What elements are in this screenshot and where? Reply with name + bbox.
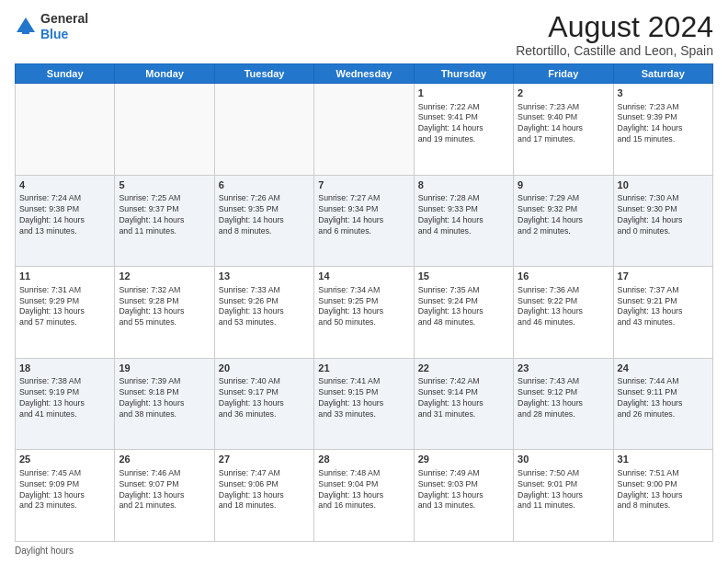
day-number: 3 [618, 86, 709, 100]
day-info: Sunrise: 7:30 AMSunset: 9:30 PMDaylight:… [618, 193, 709, 237]
day-number: 12 [119, 270, 210, 283]
day-number: 9 [518, 178, 609, 192]
calendar-cell: 3Sunrise: 7:23 AMSunset: 9:39 PMDaylight… [613, 84, 712, 176]
logo-icon [15, 16, 37, 38]
calendar-cell: 25Sunrise: 7:45 AMSunset: 9:09 PMDayligh… [16, 450, 115, 542]
day-number: 8 [418, 178, 509, 192]
weekday-header-wednesday: Wednesday [314, 64, 414, 84]
day-number: 4 [19, 178, 110, 192]
day-info: Sunrise: 7:38 AMSunset: 9:19 PMDaylight:… [19, 376, 110, 420]
day-info: Sunrise: 7:32 AMSunset: 9:28 PMDaylight:… [119, 285, 210, 329]
logo-text: General Blue [40, 11, 88, 42]
day-info: Sunrise: 7:40 AMSunset: 9:17 PMDaylight:… [219, 376, 310, 420]
calendar-cell: 4Sunrise: 7:24 AMSunset: 9:38 PMDaylight… [16, 175, 115, 267]
day-info: Sunrise: 7:24 AMSunset: 9:38 PMDaylight:… [19, 193, 110, 237]
calendar-week-row: 11Sunrise: 7:31 AMSunset: 9:29 PMDayligh… [16, 267, 713, 359]
weekday-header-saturday: Saturday [613, 64, 712, 84]
day-info: Sunrise: 7:22 AMSunset: 9:41 PMDaylight:… [418, 102, 509, 146]
day-info: Sunrise: 7:31 AMSunset: 9:29 PMDaylight:… [19, 285, 110, 329]
calendar-week-row: 1Sunrise: 7:22 AMSunset: 9:41 PMDaylight… [16, 84, 713, 176]
logo: General Blue [15, 11, 88, 42]
calendar-cell [314, 84, 414, 176]
calendar-cell: 6Sunrise: 7:26 AMSunset: 9:35 PMDaylight… [214, 175, 313, 267]
calendar-cell: 16Sunrise: 7:36 AMSunset: 9:22 PMDayligh… [514, 267, 613, 359]
day-number: 27 [219, 453, 310, 466]
day-info: Sunrise: 7:23 AMSunset: 9:40 PMDaylight:… [518, 102, 609, 146]
weekday-header-sunday: Sunday [16, 64, 115, 84]
day-number: 24 [618, 362, 709, 375]
calendar-cell: 18Sunrise: 7:38 AMSunset: 9:19 PMDayligh… [16, 358, 115, 450]
calendar-cell: 10Sunrise: 7:30 AMSunset: 9:30 PMDayligh… [613, 175, 712, 267]
day-number: 22 [418, 362, 509, 375]
day-info: Sunrise: 7:39 AMSunset: 9:18 PMDaylight:… [119, 376, 210, 420]
day-number: 5 [119, 178, 210, 192]
day-number: 1 [418, 86, 509, 100]
calendar-week-row: 18Sunrise: 7:38 AMSunset: 9:19 PMDayligh… [16, 358, 713, 450]
calendar-cell: 11Sunrise: 7:31 AMSunset: 9:29 PMDayligh… [16, 267, 115, 359]
day-info: Sunrise: 7:33 AMSunset: 9:26 PMDaylight:… [219, 285, 310, 329]
day-info: Sunrise: 7:46 AMSunset: 9:07 PMDaylight:… [119, 468, 210, 512]
calendar-cell [214, 84, 313, 176]
day-info: Sunrise: 7:26 AMSunset: 9:35 PMDaylight:… [219, 193, 310, 237]
day-info: Sunrise: 7:49 AMSunset: 9:03 PMDaylight:… [418, 468, 509, 512]
calendar-cell: 23Sunrise: 7:43 AMSunset: 9:12 PMDayligh… [514, 358, 613, 450]
day-number: 17 [618, 270, 709, 283]
title-block: August 2024 Retortillo, Castille and Leo… [516, 11, 713, 58]
logo-general: General [40, 11, 88, 26]
day-info: Sunrise: 7:34 AMSunset: 9:25 PMDaylight:… [318, 285, 409, 329]
day-number: 20 [219, 362, 310, 375]
day-number: 16 [518, 270, 609, 283]
main-title: August 2024 [516, 11, 713, 43]
day-info: Sunrise: 7:47 AMSunset: 9:06 PMDaylight:… [219, 468, 310, 512]
calendar-page: General Blue August 2024 Retortillo, Cas… [0, 0, 728, 563]
day-info: Sunrise: 7:25 AMSunset: 9:37 PMDaylight:… [119, 193, 210, 237]
weekday-header-friday: Friday [514, 64, 613, 84]
page-header: General Blue August 2024 Retortillo, Cas… [15, 11, 713, 58]
day-number: 19 [119, 362, 210, 375]
calendar-cell: 5Sunrise: 7:25 AMSunset: 9:37 PMDaylight… [115, 175, 214, 267]
day-number: 23 [518, 362, 609, 375]
weekday-header-tuesday: Tuesday [214, 64, 313, 84]
day-info: Sunrise: 7:28 AMSunset: 9:33 PMDaylight:… [418, 193, 509, 237]
weekday-header-monday: Monday [115, 64, 214, 84]
day-info: Sunrise: 7:35 AMSunset: 9:24 PMDaylight:… [418, 285, 509, 329]
day-number: 14 [318, 270, 409, 283]
day-info: Sunrise: 7:37 AMSunset: 9:21 PMDaylight:… [618, 285, 709, 329]
footer: Daylight hours [15, 546, 713, 556]
calendar-cell: 27Sunrise: 7:47 AMSunset: 9:06 PMDayligh… [214, 450, 313, 542]
calendar-cell [115, 84, 214, 176]
calendar-week-row: 4Sunrise: 7:24 AMSunset: 9:38 PMDaylight… [16, 175, 713, 267]
day-number: 28 [318, 453, 409, 466]
weekday-header-row: SundayMondayTuesdayWednesdayThursdayFrid… [16, 64, 713, 84]
day-number: 11 [19, 270, 110, 283]
logo-blue: Blue [40, 27, 68, 41]
day-info: Sunrise: 7:42 AMSunset: 9:14 PMDaylight:… [418, 376, 509, 420]
day-number: 29 [418, 453, 509, 466]
day-info: Sunrise: 7:43 AMSunset: 9:12 PMDaylight:… [518, 376, 609, 420]
calendar-cell: 21Sunrise: 7:41 AMSunset: 9:15 PMDayligh… [314, 358, 414, 450]
calendar-cell: 26Sunrise: 7:46 AMSunset: 9:07 PMDayligh… [115, 450, 214, 542]
calendar-cell: 17Sunrise: 7:37 AMSunset: 9:21 PMDayligh… [613, 267, 712, 359]
calendar-week-row: 25Sunrise: 7:45 AMSunset: 9:09 PMDayligh… [16, 450, 713, 542]
calendar-cell: 14Sunrise: 7:34 AMSunset: 9:25 PMDayligh… [314, 267, 414, 359]
day-info: Sunrise: 7:36 AMSunset: 9:22 PMDaylight:… [518, 285, 609, 329]
calendar-cell: 28Sunrise: 7:48 AMSunset: 9:04 PMDayligh… [314, 450, 414, 542]
calendar-cell [16, 84, 115, 176]
calendar-cell: 1Sunrise: 7:22 AMSunset: 9:41 PMDaylight… [414, 84, 513, 176]
calendar-cell: 12Sunrise: 7:32 AMSunset: 9:28 PMDayligh… [115, 267, 214, 359]
calendar-cell: 24Sunrise: 7:44 AMSunset: 9:11 PMDayligh… [613, 358, 712, 450]
day-number: 2 [518, 86, 609, 100]
day-info: Sunrise: 7:23 AMSunset: 9:39 PMDaylight:… [618, 102, 709, 146]
calendar-cell: 29Sunrise: 7:49 AMSunset: 9:03 PMDayligh… [414, 450, 513, 542]
calendar-cell: 30Sunrise: 7:50 AMSunset: 9:01 PMDayligh… [514, 450, 613, 542]
day-number: 31 [618, 453, 709, 466]
daylight-label: Daylight hours [15, 546, 74, 556]
calendar-cell: 20Sunrise: 7:40 AMSunset: 9:17 PMDayligh… [214, 358, 313, 450]
calendar-cell: 7Sunrise: 7:27 AMSunset: 9:34 PMDaylight… [314, 175, 414, 267]
calendar-cell: 15Sunrise: 7:35 AMSunset: 9:24 PMDayligh… [414, 267, 513, 359]
calendar-cell: 22Sunrise: 7:42 AMSunset: 9:14 PMDayligh… [414, 358, 513, 450]
calendar-cell: 31Sunrise: 7:51 AMSunset: 9:00 PMDayligh… [613, 450, 712, 542]
svg-rect-1 [22, 29, 29, 34]
day-number: 30 [518, 453, 609, 466]
day-info: Sunrise: 7:41 AMSunset: 9:15 PMDaylight:… [318, 376, 409, 420]
